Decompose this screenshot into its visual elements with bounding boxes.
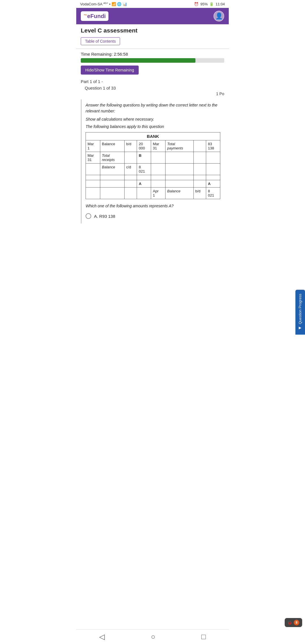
bank-table-title: BANK — [86, 132, 220, 140]
cell-r5c6 — [165, 180, 194, 188]
show-calc-text: Show all calculations where necessary. — [86, 117, 220, 121]
answer-label-a: A. R93 138 — [94, 214, 115, 219]
cell-r1c8: 83 138 — [206, 140, 220, 152]
cell-r2c7 — [193, 152, 206, 164]
timer-text: Time Remaining: 2:56:58 — [81, 52, 224, 56]
cell-r3c4: 8 021 — [137, 164, 151, 175]
part-info: Part 1 of 1 - — [76, 76, 229, 84]
cell-r3c1 — [86, 164, 100, 175]
which-question: Which one of the following amounts repre… — [86, 204, 220, 208]
timer-section: Time Remaining: 2:56:58 Hide/Show Time R… — [76, 49, 229, 76]
points-info: 1 Po — [76, 91, 229, 97]
cell-r3c2: Balance — [100, 164, 124, 175]
cell-r6c5: Apr 1 — [151, 188, 165, 199]
cell-r6c8: 8 021 — [206, 188, 220, 199]
cell-r5c4: A — [137, 180, 151, 188]
avatar[interactable]: 👤 — [213, 11, 224, 21]
app-header: ~ eFundi 👤 — [76, 8, 229, 24]
table-row: Apr 1 Balance b/d 8 021 — [86, 188, 220, 199]
question-instruction: Answer the following questions by writin… — [86, 102, 220, 114]
question-info: Question 1 of 33 — [76, 84, 229, 91]
table-row: Balance c/d 8 021 — [86, 164, 220, 175]
logo-text: eFundi — [87, 13, 106, 19]
cell-r3c3: c/d — [124, 164, 137, 175]
table-row — [86, 175, 220, 180]
cell-r6c2 — [100, 188, 124, 199]
bank-table-wrapper: BANK Mar 1 Balance b/d 20 000 Mar 31 Tot… — [86, 132, 220, 199]
cell-r1c2: Balance — [100, 140, 124, 152]
timer-progress-bar — [81, 58, 224, 63]
status-bar: VodaCom-SA 4G+ ▪ 📶 🌐 📊 ⏰ 95% 🔋 11:04 — [76, 0, 229, 8]
answer-option-a[interactable]: A. R93 138 — [86, 212, 220, 221]
logo: ~ eFundi — [81, 11, 108, 21]
cell-r1c3: b/d — [124, 140, 137, 152]
toc-button[interactable]: Table of Contents — [81, 37, 120, 45]
cell-r2c4: B — [137, 152, 151, 164]
carrier-signal: VodaCom-SA 4G+ ▪ 📶 🌐 📊 — [80, 2, 127, 6]
cell-r2c8 — [206, 152, 220, 164]
cell-r6c1 — [86, 188, 100, 199]
cell-r2c3 — [124, 152, 137, 164]
logo-swoosh: ~ — [84, 11, 87, 19]
cell-r5c1 — [86, 180, 100, 188]
cell-r3c8 — [206, 164, 220, 175]
question-content: Answer the following questions by writin… — [81, 99, 224, 223]
cell-r6c6: Balance — [165, 188, 194, 199]
cell-r6c7: b/d — [193, 188, 206, 199]
cell-r1c5: Mar 31 — [151, 140, 165, 152]
timer-progress-fill — [81, 58, 195, 63]
cell-r2c2: Total receipts — [100, 152, 124, 164]
cell-r1c1: Mar 1 — [86, 140, 100, 152]
cell-r2c6 — [165, 152, 194, 164]
cell-r1c6: Total payments — [165, 140, 194, 152]
cell-r5c2 — [100, 180, 124, 188]
table-row: Mar 31 Total receipts B — [86, 152, 220, 164]
cell-r6c4 — [137, 188, 151, 199]
cell-r2c5 — [151, 152, 165, 164]
cell-r2c1: Mar 31 — [86, 152, 100, 164]
cell-r5c5 — [151, 180, 165, 188]
cell-r1c4: 20 000 — [137, 140, 151, 152]
cell-r5c7 — [193, 180, 206, 188]
table-row: A A — [86, 180, 220, 188]
balances-text: The following balances apply to this que… — [86, 124, 220, 129]
cell-r5c8: A — [206, 180, 220, 188]
bank-table: BANK Mar 1 Balance b/d 20 000 Mar 31 Tot… — [86, 132, 220, 199]
status-right: ⏰ 95% 🔋 11:04 — [194, 2, 225, 6]
cell-r3c7 — [193, 164, 206, 175]
cell-r5c3 — [124, 180, 137, 188]
radio-a[interactable] — [86, 213, 91, 219]
page-title: Level C assessment — [76, 24, 229, 35]
user-icon: 👤 — [215, 12, 223, 20]
cell-r3c5 — [151, 164, 165, 175]
toc-section: Table of Contents — [76, 35, 229, 49]
table-row: Mar 1 Balance b/d 20 000 Mar 31 Total pa… — [86, 140, 220, 152]
hide-show-timer-button[interactable]: Hide/Show Time Remaining — [81, 66, 139, 75]
cell-r3c6 — [165, 164, 194, 175]
cell-r6c3 — [124, 188, 137, 199]
cell-r1c7 — [193, 140, 206, 152]
